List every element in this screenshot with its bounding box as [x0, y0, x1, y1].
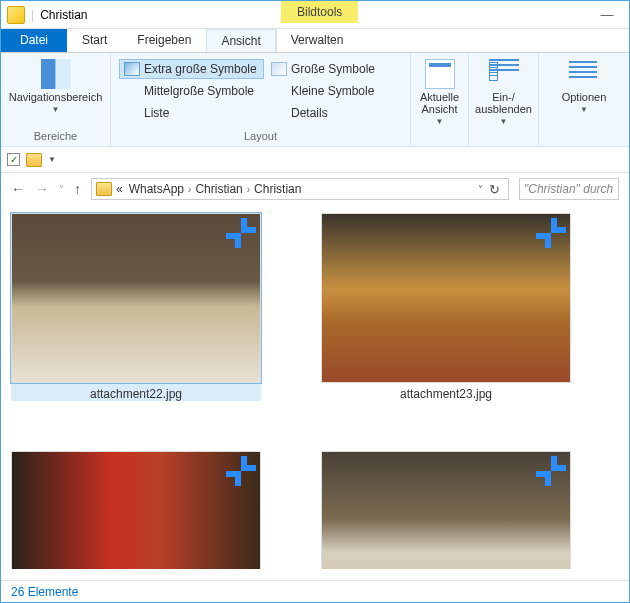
view-medium[interactable]: Mittelgroße Symbole: [119, 81, 264, 101]
view-extra-large[interactable]: Extra große Symbole: [119, 59, 264, 79]
large-icons-icon: [271, 62, 287, 76]
crumb-christian1[interactable]: Christian: [193, 182, 244, 196]
file-item[interactable]: attachment29.ipg: [321, 451, 571, 569]
view-list[interactable]: Liste: [119, 103, 264, 123]
file-item[interactable]: attachment22.jpg: [11, 213, 261, 401]
current-view-icon: [425, 59, 455, 89]
navigation-pane-button[interactable]: Navigationsbereich ▼: [5, 57, 107, 116]
folder-icon: [7, 6, 25, 24]
small-icons-icon: [271, 84, 287, 98]
divider: |: [31, 8, 34, 22]
file-item[interactable]: attachment25.ipg: [11, 451, 261, 569]
chevron-down-icon: ▼: [436, 117, 444, 126]
tab-file[interactable]: Datei: [1, 28, 67, 52]
folder-icon: [26, 153, 42, 167]
thumbnail: [11, 451, 261, 569]
compress-icon: [534, 216, 568, 250]
file-name: attachment23.jpg: [400, 387, 492, 401]
crumb-christian2[interactable]: Christian: [252, 182, 303, 196]
current-view-button[interactable]: Aktuelle Ansicht ▼: [416, 57, 463, 128]
up-button[interactable]: ↑: [74, 181, 81, 197]
view-small[interactable]: Kleine Symbole: [266, 81, 386, 101]
thumbnail: [321, 451, 571, 569]
options-button[interactable]: Optionen ▼: [558, 57, 611, 116]
view-large[interactable]: Große Symbole: [266, 59, 386, 79]
compress-icon: [534, 454, 568, 488]
compress-icon: [224, 216, 258, 250]
ribbon-tabs: Datei Start Freigeben Ansicht Verwalten: [1, 29, 629, 53]
show-hide-button[interactable]: Ein-/ ausblenden ▼: [471, 57, 536, 128]
tab-manage[interactable]: Verwalten: [276, 28, 359, 52]
tab-share[interactable]: Freigeben: [122, 28, 206, 52]
back-button[interactable]: ←: [11, 181, 25, 197]
search-input[interactable]: "Christian" durch: [519, 178, 619, 200]
chevron-down-icon[interactable]: ▼: [48, 155, 56, 164]
compress-icon: [224, 454, 258, 488]
minimize-button[interactable]: —: [585, 1, 629, 29]
window-title: Christian: [40, 8, 87, 22]
crumb-whatsapp[interactable]: WhatsApp: [127, 182, 186, 196]
details-icon: [271, 106, 287, 120]
file-name: attachment22.jpg: [90, 387, 182, 401]
chevron-right-icon[interactable]: ›: [247, 184, 250, 195]
contextual-tab-label: Bildtools: [281, 1, 358, 23]
show-hide-icon: [489, 59, 519, 89]
chevron-down-icon: ▼: [500, 117, 508, 126]
current-view-label: Aktuelle Ansicht: [420, 91, 459, 115]
thumbnail: [11, 213, 261, 383]
title-bar: | Christian Bildtools —: [1, 1, 629, 29]
history-chevron-icon[interactable]: ˅: [59, 184, 64, 195]
options-label: Optionen: [562, 91, 607, 103]
thumbnail: [321, 213, 571, 383]
refresh-button[interactable]: ↻: [485, 182, 504, 197]
medium-icons-icon: [124, 84, 140, 98]
chevron-down-icon: ▼: [580, 105, 588, 114]
chevron-down-icon: ▼: [52, 105, 60, 114]
group-panes-label: Bereiche: [34, 130, 77, 144]
view-details[interactable]: Details: [266, 103, 386, 123]
tab-start[interactable]: Start: [67, 28, 122, 52]
group-layout-label: Layout: [119, 130, 402, 144]
select-all-checkbox[interactable]: ✓: [7, 153, 20, 166]
breadcrumb[interactable]: « WhatsApp› Christian› Christian ˅ ↻: [91, 178, 509, 200]
folder-icon: [96, 182, 112, 196]
chevron-down-icon[interactable]: ˅: [478, 184, 483, 195]
status-bar: 26 Elemente: [1, 580, 629, 602]
options-icon: [569, 59, 599, 89]
file-item[interactable]: attachment23.jpg: [321, 213, 571, 401]
nav-label: Navigationsbereich: [9, 91, 103, 103]
forward-button[interactable]: →: [35, 181, 49, 197]
chevron-right-icon[interactable]: ›: [188, 184, 191, 195]
item-count: 26 Elemente: [11, 585, 78, 599]
list-icon: [124, 106, 140, 120]
show-hide-label: Ein-/ ausblenden: [475, 91, 532, 115]
file-list: attachment22.jpg attachment23.jpg attach…: [1, 205, 629, 569]
quick-access-toolbar: ✓ ▼: [1, 147, 629, 173]
tab-view[interactable]: Ansicht: [206, 29, 275, 52]
ribbon: Navigationsbereich ▼ Bereiche Extra groß…: [1, 53, 629, 147]
address-bar: ← → ˅ ↑ « WhatsApp› Christian› Christian…: [1, 173, 629, 205]
extra-large-icons-icon: [124, 62, 140, 76]
